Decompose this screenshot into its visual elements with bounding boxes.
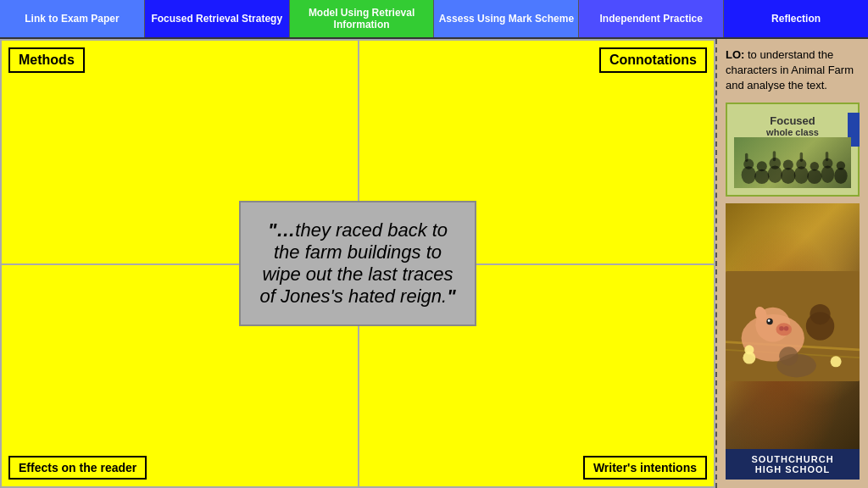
nav-assess-mark[interactable]: Assess Using Mark Scheme xyxy=(434,0,579,37)
school-name-line1: SOUTHCHURCH xyxy=(729,454,856,464)
svg-point-15 xyxy=(837,161,845,169)
svg-point-7 xyxy=(783,160,793,170)
nav-focused-retrieval[interactable]: Focused Retrieval Strategy xyxy=(145,0,290,37)
writers-intentions-label: Writer's intentions xyxy=(593,461,697,474)
nav-model-retrieval[interactable]: Model Using Retrieval Information xyxy=(290,0,435,37)
svg-point-10 xyxy=(807,169,821,184)
main-content: Methods Connotations Effects on the read… xyxy=(0,39,868,488)
svg-rect-18 xyxy=(800,152,803,162)
nav-focused-retrieval-label: Focused Retrieval Strategy xyxy=(151,13,282,25)
quote-close: " xyxy=(447,286,455,307)
farm-image xyxy=(726,203,860,449)
methods-box: Methods xyxy=(8,47,85,73)
effects-box: Effects on the reader xyxy=(8,456,147,480)
svg-point-6 xyxy=(781,168,795,184)
quote-open: "… xyxy=(268,219,295,241)
navigation-bar: Link to Exam Paper Focused Retrieval Str… xyxy=(0,0,868,39)
svg-point-11 xyxy=(810,162,819,170)
nav-link-exam-label: Link to Exam Paper xyxy=(25,13,119,25)
svg-rect-16 xyxy=(745,153,748,162)
lo-text: to understand the characters in Animal F… xyxy=(726,48,854,92)
methods-label: Methods xyxy=(19,53,75,67)
writers-intentions-box: Writer's intentions xyxy=(583,456,707,480)
nav-reflection[interactable]: Reflection xyxy=(724,0,868,37)
right-sidebar: LO: to understand the characters in Anim… xyxy=(715,39,868,488)
svg-point-14 xyxy=(834,168,848,184)
effects-label: Effects on the reader xyxy=(19,461,136,474)
yellow-area: Methods Connotations Effects on the read… xyxy=(0,39,715,488)
svg-point-26 xyxy=(779,326,784,331)
svg-rect-19 xyxy=(826,152,828,161)
quote-box: "…they raced back to the farm buildings … xyxy=(239,201,476,326)
nav-assess-mark-label: Assess Using Mark Scheme xyxy=(439,13,574,25)
svg-point-34 xyxy=(744,345,754,354)
svg-point-35 xyxy=(831,356,842,367)
lo-bold: LO: xyxy=(726,48,744,61)
focused-sublabel: whole class xyxy=(734,127,851,137)
yellow-grid: Methods Connotations Effects on the read… xyxy=(0,39,715,488)
focused-label: Focused xyxy=(734,114,851,127)
svg-rect-17 xyxy=(773,151,776,161)
focused-card: Focused whole class xyxy=(726,103,860,197)
focused-card-image xyxy=(734,137,851,188)
svg-point-37 xyxy=(779,347,798,365)
nav-reflection-label: Reflection xyxy=(771,13,821,25)
svg-point-32 xyxy=(810,304,830,324)
svg-point-25 xyxy=(776,323,792,336)
nav-link-exam[interactable]: Link to Exam Paper xyxy=(0,0,145,37)
connotations-label: Connotations xyxy=(609,53,697,67)
nav-independent[interactable]: Independent Practice xyxy=(579,0,724,37)
connotations-box: Connotations xyxy=(599,47,707,73)
nav-independent-label: Independent Practice xyxy=(600,13,703,25)
svg-point-29 xyxy=(768,319,771,322)
svg-point-3 xyxy=(757,161,767,171)
svg-point-27 xyxy=(784,326,789,331)
nav-model-retrieval-label: Model Using Retrieval Information xyxy=(293,7,431,30)
lo-section: LO: to understand the characters in Anim… xyxy=(726,47,860,94)
school-name-line2: HIGH SCHOOL xyxy=(729,464,856,474)
school-footer: SOUTHCHURCH HIGH SCHOOL xyxy=(726,449,860,480)
farm-animals-svg xyxy=(726,267,860,385)
crowd-svg xyxy=(734,139,851,186)
